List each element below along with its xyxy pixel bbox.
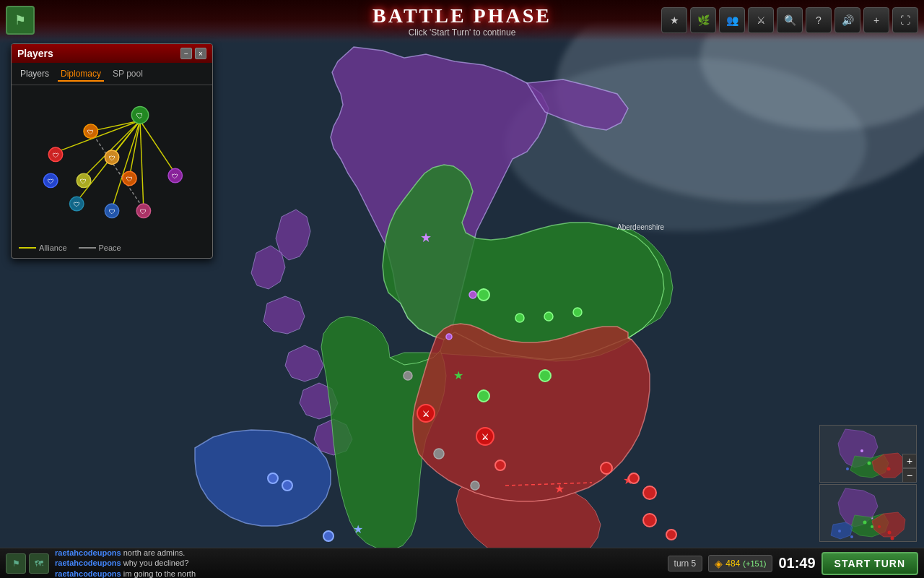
svg-line-44: [140, 121, 144, 209]
svg-point-17: [471, 481, 479, 490]
svg-line-41: [140, 121, 175, 173]
title-block: BATTLE PHASE Click 'Start Turn' to conti…: [372, 4, 552, 38]
svg-text:🛡: 🛡: [136, 112, 144, 120]
svg-text:★: ★: [554, 483, 565, 495]
players-controls: − ×: [180, 48, 206, 59]
svg-text:🛡: 🛡: [109, 155, 116, 162]
svg-point-10: [539, 370, 551, 381]
svg-point-27: [268, 473, 278, 483]
players-panel: Players − × Players Diplomacy SP pool: [11, 43, 213, 259]
svg-text:🛡: 🛡: [140, 208, 147, 215]
search-icon-btn[interactable]: 🔍: [777, 7, 803, 33]
turn-badge: turn 5: [668, 556, 703, 571]
svg-text:★: ★: [353, 523, 363, 535]
chat-user-1: raetahcodeupons: [55, 548, 121, 557]
svg-point-76: [878, 525, 881, 528]
fullscreen-icon-btn[interactable]: ⛶: [892, 7, 918, 33]
svg-text:🛡: 🛡: [53, 152, 59, 159]
bottom-bar: ⚑ 🗺 raetahcodeupons north are admins. ra…: [0, 548, 924, 578]
svg-text:🛡: 🛡: [109, 208, 116, 215]
chat-line-3: raetahcodeupons im going to the north: [55, 569, 662, 578]
minimap-zoom: + −: [902, 454, 917, 483]
chat-user-3: raetahcodeupons: [55, 569, 121, 578]
diplomacy-legend: Alliance Peace: [12, 241, 212, 258]
svg-point-12: [478, 390, 489, 402]
chat-line-2: raetahcodeupons why you declined?: [55, 558, 662, 568]
bottom-map-icon[interactable]: 🗺: [29, 553, 49, 574]
svg-point-15: [404, 371, 412, 380]
minimap-bottom[interactable]: ★: [819, 484, 917, 542]
svg-point-70: [868, 462, 871, 465]
svg-text:🛡: 🛡: [126, 176, 133, 183]
minimap-container: ★: [819, 425, 917, 542]
svg-point-7: [515, 314, 524, 322]
peace-line-icon: [79, 247, 96, 249]
players-icon-btn[interactable]: 👥: [719, 7, 745, 33]
players-titlebar: Players − ×: [12, 44, 212, 63]
svg-point-72: [846, 467, 849, 470]
battle-icon-btn[interactable]: ⚔: [748, 7, 774, 33]
alliance-label: Alliance: [39, 243, 67, 252]
star-icon-btn[interactable]: ★: [661, 7, 687, 33]
bottom-left-icons: ⚑ 🗺: [6, 553, 49, 574]
svg-point-77: [888, 531, 892, 535]
svg-text:🛡: 🛡: [172, 173, 178, 180]
svg-point-78: [891, 537, 894, 540]
svg-point-6: [478, 289, 489, 301]
svg-point-23: [643, 514, 656, 527]
alliance-line-icon: [19, 247, 36, 249]
svg-point-13: [469, 291, 476, 298]
minimap-bottom-svg: ★: [820, 485, 917, 542]
svg-point-30: [323, 531, 334, 541]
top-bar: ⚑ BATTLE PHASE Click 'Start Turn' to con…: [0, 0, 924, 40]
top-icons: ★ 🌿 👥 ⚔ 🔍 ? 🔊 + ⛶: [661, 7, 918, 33]
bottom-menu-icon[interactable]: ⚑: [6, 553, 26, 574]
chat-msg-1: north are admins.: [123, 548, 186, 557]
svg-point-69: [860, 449, 863, 452]
players-tabs: Players Diplomacy SP pool: [12, 63, 212, 85]
tab-diplomacy[interactable]: Diplomacy: [58, 67, 104, 82]
help-icon-btn[interactable]: ?: [806, 7, 832, 33]
svg-text:⚔: ⚔: [481, 433, 489, 441]
peace-label: Peace: [99, 243, 121, 252]
svg-text:⚔: ⚔: [422, 410, 430, 418]
legend-peace: Peace: [79, 243, 121, 252]
timer: 01:49: [778, 555, 815, 571]
svg-point-71: [887, 467, 891, 471]
svg-text:★: ★: [453, 369, 463, 381]
svg-point-14: [446, 334, 452, 340]
svg-point-25: [495, 460, 505, 470]
svg-point-9: [573, 308, 582, 316]
svg-point-22: [643, 486, 656, 499]
menu-icon[interactable]: ⚑: [6, 6, 35, 35]
chat-msg-3: im going to the north: [123, 569, 196, 578]
svg-text:🛡: 🛡: [74, 201, 80, 208]
gold-amount: 484: [725, 558, 740, 569]
diplomacy-graph-canvas: 🛡 🛡 🛡 🛡 🛡 🛡 🛡 🛡 🛡: [19, 92, 205, 233]
zoom-out-button[interactable]: −: [902, 468, 917, 483]
plus-icon-btn[interactable]: +: [863, 7, 889, 33]
svg-point-80: [850, 535, 853, 538]
svg-line-43: [112, 121, 140, 209]
tab-sp-pool[interactable]: SP pool: [110, 67, 146, 82]
svg-point-75: [871, 525, 873, 528]
minimize-button[interactable]: −: [180, 48, 192, 59]
turn-info: turn 5 ◈ 484 (+151) 01:49 START TURN: [668, 552, 918, 575]
svg-point-8: [544, 312, 553, 321]
svg-point-21: [629, 473, 639, 483]
svg-point-74: [863, 521, 867, 525]
sound-icon-btn[interactable]: 🔊: [834, 7, 860, 33]
gold-badge: ◈ 484 (+151): [708, 555, 772, 572]
chat-area: raetahcodeupons north are admins. raetah…: [49, 548, 668, 578]
svg-text:🛡: 🛡: [48, 178, 54, 185]
zoom-in-button[interactable]: +: [902, 454, 917, 468]
svg-point-16: [434, 449, 444, 459]
close-button[interactable]: ×: [195, 48, 206, 59]
svg-text:★: ★: [420, 230, 432, 245]
tab-players[interactable]: Players: [17, 67, 52, 82]
start-turn-button[interactable]: START TURN: [821, 552, 918, 575]
leaf-icon-btn[interactable]: 🌿: [690, 7, 716, 33]
players-panel-title: Players: [17, 48, 53, 59]
svg-point-20: [601, 462, 612, 474]
gold-icon: ◈: [715, 558, 723, 569]
